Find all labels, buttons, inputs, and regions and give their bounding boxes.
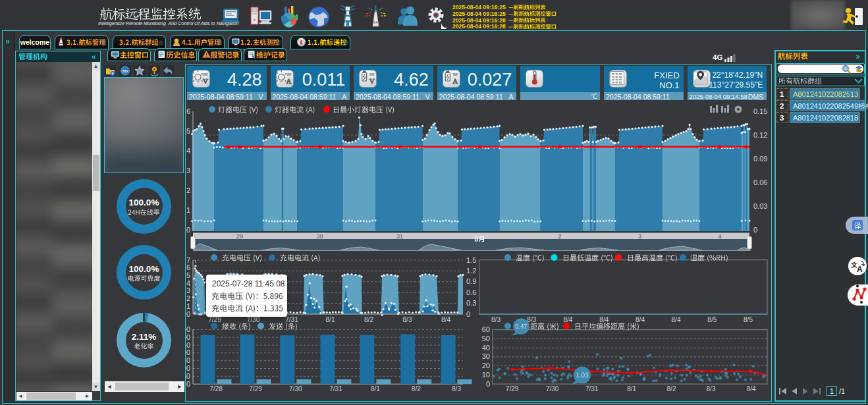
- svg-text:7/30: 7/30: [546, 385, 559, 392]
- svg-text:4: 4: [186, 279, 190, 287]
- svg-text:3: 3: [186, 286, 190, 294]
- svg-text:0.15: 0.15: [753, 107, 767, 115]
- svg-text:8/2: 8/2: [667, 385, 676, 392]
- svg-text:8/4: 8/4: [636, 316, 645, 323]
- svg-text:8/5: 8/5: [707, 316, 717, 323]
- svg-text:100: 100: [186, 364, 190, 372]
- svg-text:6: 6: [186, 107, 190, 115]
- svg-text:3: 3: [638, 233, 641, 240]
- svg-text:29: 29: [236, 233, 243, 240]
- svg-text:0: 0: [186, 226, 190, 234]
- svg-text:8/1: 8/1: [371, 385, 380, 392]
- svg-text:8/4: 8/4: [563, 316, 572, 323]
- svg-text:7/31: 7/31: [585, 385, 599, 392]
- svg-text:8/3: 8/3: [527, 316, 536, 323]
- svg-text:7/28: 7/28: [209, 385, 223, 392]
- svg-text:7/30: 7/30: [289, 385, 302, 392]
- svg-text:8/1: 8/1: [326, 316, 335, 323]
- svg-text:1: 1: [186, 206, 190, 214]
- svg-text:8/1: 8/1: [627, 385, 636, 392]
- svg-text:50: 50: [186, 372, 190, 380]
- svg-text:8/4: 8/4: [672, 316, 681, 323]
- svg-text:8/2: 8/2: [364, 316, 373, 323]
- svg-text:0.12: 0.12: [753, 131, 767, 139]
- svg-text:2: 2: [186, 294, 190, 302]
- svg-text:7/30: 7/30: [247, 316, 260, 323]
- svg-text:20: 20: [482, 362, 490, 369]
- svg-text:7/29: 7/29: [208, 316, 221, 323]
- svg-text:BD: BD: [122, 69, 128, 73]
- svg-text:40: 40: [482, 344, 490, 352]
- svg-text:350: 350: [186, 325, 190, 333]
- svg-text:8/4: 8/4: [441, 316, 450, 323]
- svg-text:7: 7: [186, 256, 190, 264]
- svg-text:1.2: 1.2: [466, 267, 476, 275]
- svg-text:2: 2: [558, 233, 561, 240]
- svg-text:10: 10: [482, 371, 490, 379]
- svg-text:7/29: 7/29: [249, 385, 262, 392]
- svg-text:7/31: 7/31: [285, 316, 298, 323]
- svg-text:0.6: 0.6: [466, 288, 476, 296]
- svg-text:0: 0: [486, 380, 490, 388]
- svg-text:3: 3: [186, 167, 190, 175]
- svg-text:0: 0: [186, 380, 190, 388]
- svg-text:200: 200: [186, 348, 190, 356]
- svg-text:0.3: 0.3: [466, 299, 476, 307]
- svg-text:5: 5: [186, 271, 190, 279]
- svg-text:0: 0: [466, 310, 470, 318]
- svg-text:4: 4: [718, 233, 721, 240]
- svg-text:8/4: 8/4: [599, 316, 609, 323]
- svg-text:4: 4: [186, 147, 190, 155]
- svg-text:KA: KA: [373, 20, 378, 24]
- svg-text:8/2: 8/2: [412, 385, 421, 392]
- svg-text:8/3: 8/3: [491, 316, 501, 323]
- svg-text:8/3: 8/3: [707, 385, 716, 392]
- svg-text:0.09: 0.09: [753, 155, 767, 163]
- svg-text:0.06: 0.06: [753, 178, 767, 186]
- svg-text:0.9: 0.9: [466, 277, 476, 285]
- svg-text:5: 5: [186, 127, 190, 135]
- svg-text:0: 0: [186, 310, 190, 318]
- svg-text:2: 2: [186, 186, 190, 194]
- svg-text:6: 6: [186, 263, 190, 271]
- svg-text:1.5: 1.5: [466, 256, 476, 264]
- svg-text:31: 31: [396, 233, 403, 240]
- svg-text:8/3: 8/3: [452, 385, 461, 392]
- svg-text:7/29: 7/29: [506, 385, 519, 392]
- svg-text:30: 30: [316, 233, 323, 240]
- svg-text:30: 30: [482, 352, 490, 360]
- svg-text:8/4: 8/4: [747, 385, 756, 392]
- svg-text:7/31: 7/31: [329, 385, 342, 392]
- svg-text:50: 50: [482, 335, 490, 342]
- svg-text:250: 250: [186, 341, 190, 349]
- svg-text:150: 150: [186, 356, 190, 364]
- svg-text:300: 300: [186, 333, 190, 341]
- svg-text:8/5: 8/5: [744, 316, 753, 323]
- svg-text:0: 0: [753, 226, 757, 234]
- svg-text:1: 1: [186, 302, 190, 310]
- svg-text:60: 60: [482, 325, 490, 333]
- svg-text:0.03: 0.03: [753, 202, 767, 210]
- svg-text:8/3: 8/3: [403, 316, 412, 323]
- svg-text:A: A: [857, 265, 863, 274]
